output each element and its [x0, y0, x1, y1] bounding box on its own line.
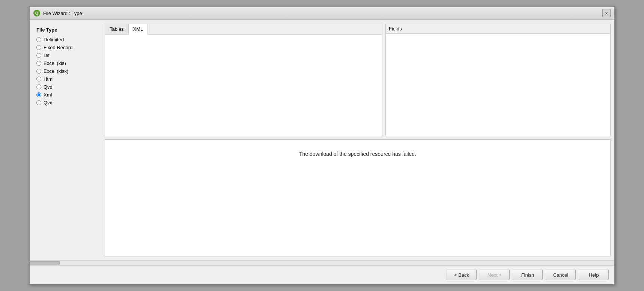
radio-item-delimited[interactable]: Delimited: [33, 36, 101, 44]
radio-fixed-record[interactable]: [36, 45, 41, 50]
horizontal-scrollbar[interactable]: [30, 260, 614, 265]
tables-content[interactable]: [105, 35, 382, 136]
next-button[interactable]: Next >: [480, 270, 510, 280]
title-bar: Q File Wizard : Type ×: [30, 7, 614, 20]
tabs-bar: Tables XML: [105, 24, 382, 35]
dialog-title: File Wizard : Type: [43, 11, 82, 16]
error-panel: The download of the specified resource h…: [105, 139, 611, 256]
finish-button[interactable]: Finish: [513, 270, 543, 280]
radio-delimited[interactable]: [36, 37, 41, 42]
label-excel-xls: Excel (xls): [44, 60, 66, 66]
label-qvd: Qvd: [44, 84, 53, 90]
back-button[interactable]: < Back: [447, 270, 477, 280]
dialog-footer: < Back Next > Finish Cancel Help: [30, 265, 614, 284]
label-dif: Dif: [44, 53, 50, 58]
label-xml: Xml: [44, 92, 52, 98]
radio-item-dif[interactable]: Dif: [33, 51, 101, 59]
dialog: Q File Wizard : Type × File Type Delimit…: [29, 7, 615, 285]
tables-panel: Tables XML: [105, 24, 382, 136]
error-message: The download of the specified resource h…: [299, 151, 416, 157]
radio-excel-xls[interactable]: [36, 61, 41, 66]
sidebar: File Type Delimited Fixed Record Dif Exc…: [33, 24, 101, 256]
radio-item-excel-xls[interactable]: Excel (xls): [33, 59, 101, 67]
radio-item-qvd[interactable]: Qvd: [33, 83, 101, 91]
radio-item-xml[interactable]: Xml: [33, 91, 101, 99]
radio-excel-xlsx[interactable]: [36, 69, 41, 74]
dialog-body: File Type Delimited Fixed Record Dif Exc…: [30, 20, 614, 260]
scrollbar-thumb[interactable]: [30, 261, 60, 265]
label-excel-xlsx: Excel (xlsx): [44, 68, 68, 74]
fields-panel: Fields: [385, 24, 611, 136]
overlay: Q File Wizard : Type × File Type Delimit…: [0, 0, 644, 291]
label-fixed-record: Fixed Record: [44, 45, 72, 50]
radio-html[interactable]: [36, 77, 41, 81]
app-icon: Q: [33, 10, 40, 17]
radio-item-qvx[interactable]: Qvx: [33, 99, 101, 107]
radio-qvx[interactable]: [36, 100, 41, 105]
tab-tables[interactable]: Tables: [105, 24, 129, 34]
top-panels: Tables XML Fields: [105, 24, 611, 136]
file-type-label: File Type: [33, 26, 101, 36]
label-delimited: Delimited: [44, 37, 64, 42]
title-bar-left: Q File Wizard : Type: [33, 10, 82, 17]
fields-header: Fields: [386, 24, 610, 34]
radio-qvd[interactable]: [36, 84, 41, 89]
radio-dif[interactable]: [36, 53, 41, 58]
radio-item-excel-xlsx[interactable]: Excel (xlsx): [33, 67, 101, 75]
close-button[interactable]: ×: [602, 9, 611, 17]
label-html: Html: [44, 76, 54, 82]
tab-xml[interactable]: XML: [129, 24, 148, 35]
fields-content[interactable]: [386, 34, 610, 136]
radio-xml[interactable]: [36, 92, 41, 97]
radio-item-html[interactable]: Html: [33, 75, 101, 83]
main-content: Tables XML Fields The download of the sp…: [105, 24, 611, 256]
radio-item-fixed-record[interactable]: Fixed Record: [33, 44, 101, 51]
cancel-button[interactable]: Cancel: [546, 270, 576, 280]
help-button[interactable]: Help: [579, 270, 609, 280]
label-qvx: Qvx: [44, 100, 52, 106]
